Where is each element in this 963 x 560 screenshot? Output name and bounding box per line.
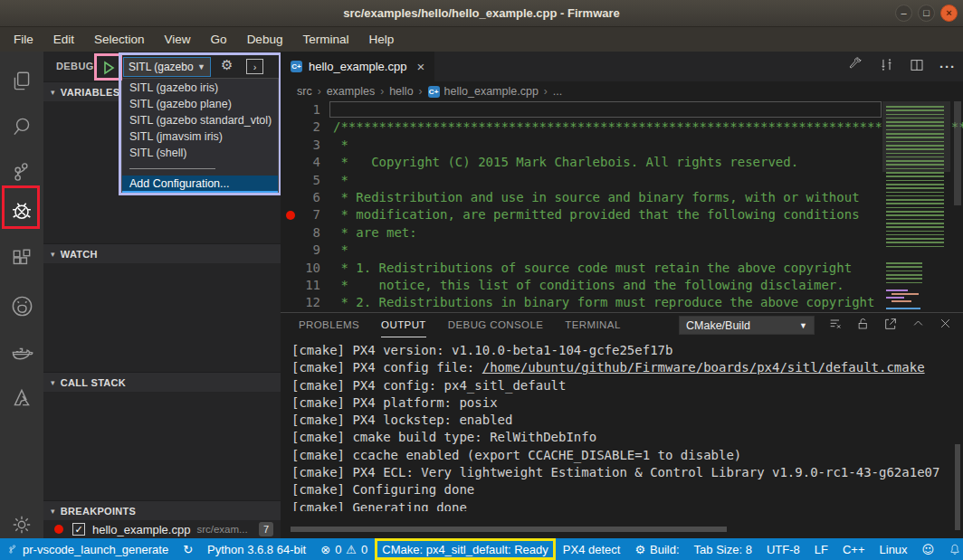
editor-tab-hello-example[interactable]: C+ hello_example.cpp ×: [281, 52, 434, 81]
line-number[interactable]: 1: [281, 101, 320, 119]
docker-icon[interactable]: [0, 331, 43, 375]
close-panel-icon[interactable]: [939, 317, 952, 334]
line-number[interactable]: 10: [281, 260, 320, 277]
code-line-11: 11 * notice, this list of conditions and…: [281, 277, 963, 294]
feedback-smiley-icon[interactable]: ☺: [915, 538, 942, 560]
azure-icon[interactable]: [0, 376, 43, 420]
menu-terminal[interactable]: Terminal: [292, 27, 358, 52]
configure-gear-icon[interactable]: ⚙: [221, 57, 233, 73]
tab-size-status[interactable]: Tab Size: 8: [687, 538, 759, 560]
line-number[interactable]: 8: [281, 224, 320, 242]
dropdown-item[interactable]: SITL (gazebo plane): [122, 96, 278, 112]
menu-file[interactable]: File: [4, 27, 43, 52]
line-number[interactable]: 11: [281, 277, 320, 294]
clear-output-icon[interactable]: [828, 317, 843, 335]
panel-tab-problems[interactable]: PROBLEMS: [299, 313, 359, 337]
line-number[interactable]: 9: [281, 242, 320, 259]
encoding-status[interactable]: UTF-8: [759, 538, 807, 560]
panel-tab-debug-console[interactable]: DEBUG CONSOLE: [448, 313, 544, 337]
split-editor-icon[interactable]: [910, 58, 924, 76]
breadcrumb-item[interactable]: C+hello_example.cpp: [428, 85, 539, 98]
git-branch-status[interactable]: pr-vscode_launch_generate: [0, 538, 176, 560]
tab-size-label: Tab Size: 8: [694, 543, 752, 556]
panel-tab-terminal[interactable]: TERMINAL: [565, 313, 620, 337]
open-debug-console-icon[interactable]: ›: [246, 59, 263, 74]
breadcrumb-item[interactable]: examples: [327, 85, 376, 98]
cpp-file-icon: C+: [428, 86, 440, 98]
title-bar[interactable]: src/examples/hello/hello_example.cpp - F…: [0, 0, 963, 27]
build-status[interactable]: ⚙ Build:: [627, 538, 686, 560]
open-changes-icon[interactable]: [879, 57, 894, 76]
px4-detect-status[interactable]: PX4 detect: [556, 538, 628, 560]
debug-icon[interactable]: [0, 189, 43, 233]
section-breakpoints[interactable]: ▾ BREAKPOINTS: [43, 500, 281, 520]
open-log-file-icon[interactable]: [883, 317, 898, 335]
close-button[interactable]: ×: [940, 5, 958, 22]
tab-close-icon[interactable]: ×: [416, 59, 424, 74]
menu-view[interactable]: View: [155, 27, 201, 52]
minimize-button[interactable]: –: [895, 5, 912, 22]
extensions-icon[interactable]: [0, 237, 43, 280]
breakpoint-line-badge: 7: [259, 522, 273, 536]
python-version-status[interactable]: Python 3.6.8 64-bit: [200, 538, 313, 560]
panel-tab-output[interactable]: OUTPUT: [381, 313, 426, 337]
notifications-bell-icon[interactable]: [941, 538, 963, 560]
chevron-down-icon: ▾: [51, 250, 55, 259]
breakpoint-checkbox[interactable]: ✓: [72, 523, 85, 536]
dropdown-item[interactable]: SITL (jmavsim iris): [122, 128, 278, 145]
dropdown-item[interactable]: SITL (gazebo standard_vtol): [122, 112, 278, 128]
editor-scrollbar[interactable]: [952, 101, 963, 312]
breadcrumb-item[interactable]: hello: [389, 85, 413, 98]
os-status[interactable]: Linux: [872, 538, 915, 560]
line-number[interactable]: 6: [281, 189, 320, 206]
maximize-panel-icon[interactable]: [911, 317, 925, 334]
line-number[interactable]: 3: [281, 137, 320, 154]
breadcrumb-separator: ›: [419, 85, 423, 98]
build-wrench-icon[interactable]: [848, 57, 863, 76]
section-label: VARIABLES: [61, 87, 119, 98]
more-actions-icon[interactable]: ···: [939, 59, 956, 74]
breadcrumb-item[interactable]: ...: [553, 85, 562, 98]
dropdown-item[interactable]: SITL (shell): [122, 145, 278, 161]
explorer-icon[interactable]: [0, 60, 43, 103]
section-call-stack[interactable]: ▾ CALL STACK: [43, 372, 281, 392]
menu-debug[interactable]: Debug: [237, 27, 293, 52]
line-number[interactable]: 4: [281, 154, 320, 171]
code-line-4: 4 * Copyright (C) 2015 Mark Charlebois. …: [281, 154, 963, 171]
code-text: *: [320, 137, 348, 154]
breadcrumb-item[interactable]: src: [297, 85, 312, 98]
code-text: * are met:: [320, 224, 417, 242]
line-number[interactable]: 5: [281, 172, 320, 189]
section-watch[interactable]: ▾ WATCH: [43, 243, 281, 263]
sync-status[interactable]: ↻: [176, 538, 200, 560]
panel-horizontal-scrollbar[interactable]: [290, 527, 950, 532]
github-icon[interactable]: [0, 284, 43, 327]
language-status[interactable]: C++: [835, 538, 872, 560]
menu-go[interactable]: Go: [201, 27, 237, 52]
problems-status[interactable]: ⊗ 0 ⚠ 0: [313, 538, 375, 560]
line-number[interactable]: 2: [281, 119, 320, 136]
line-number[interactable]: 12: [281, 294, 320, 311]
output-file-link[interactable]: /home/ubuntu/github/Firmware/boards/px4/…: [482, 360, 925, 375]
search-icon[interactable]: [0, 105, 43, 148]
debug-config-select[interactable]: SITL (gazebo ▼: [123, 57, 211, 77]
cmake-status[interactable]: CMake: px4_sitl_default: Ready: [375, 538, 556, 560]
output-channel-select[interactable]: CMake/Build ▼: [679, 316, 815, 335]
sidebar-title: DEBUG: [56, 61, 94, 71]
menu-selection[interactable]: Selection: [84, 27, 155, 52]
menu-edit[interactable]: Edit: [43, 27, 84, 52]
activity-bar: [0, 52, 43, 538]
dropdown-item[interactable]: SITL (gazebo iris): [122, 80, 278, 96]
eol-status[interactable]: LF: [807, 538, 835, 560]
breakpoint-list-item[interactable]: ✓ hello_example.cpp src/exam... 7: [43, 520, 281, 538]
unlock-icon[interactable]: [856, 317, 870, 335]
start-debug-button[interactable]: [99, 58, 119, 77]
minimap[interactable]: [882, 101, 950, 312]
menu-help[interactable]: Help: [358, 27, 404, 52]
source-control-icon[interactable]: [0, 150, 43, 194]
maximize-button[interactable]: □: [918, 5, 935, 22]
code-line-10: 10 * 1. Redistributions of source code m…: [281, 260, 963, 277]
breadcrumb-separator: ›: [544, 85, 548, 98]
panel-vertical-scrollbar[interactable]: [955, 340, 962, 520]
dropdown-add-configuration[interactable]: Add Configuration...: [122, 176, 278, 193]
